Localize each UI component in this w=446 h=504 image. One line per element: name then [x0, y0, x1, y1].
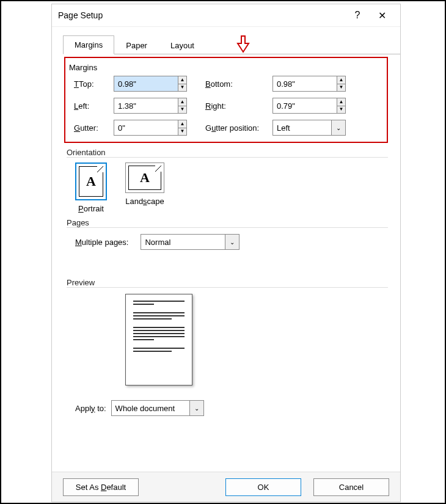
multiple-pages-combo[interactable]: Normal ⌄ — [141, 234, 239, 250]
gutter-input[interactable] — [114, 120, 178, 135]
top-label: TTop: — [74, 79, 114, 89]
tab-layout[interactable]: Layout — [159, 36, 206, 54]
left-label: Left: — [74, 101, 114, 111]
section-label-pages: Pages — [67, 218, 388, 228]
page-setup-dialog: Page Setup ? ✕ Margins Paper Layout Marg… — [51, 4, 401, 502]
portrait-label: Portrait — [78, 204, 104, 213]
right-label: Right: — [205, 101, 272, 111]
right-spinner[interactable]: ▲▼ — [272, 98, 346, 114]
bottom-step-down[interactable]: ▼ — [337, 84, 345, 92]
right-input[interactable] — [273, 98, 337, 113]
landscape-label: Landscape — [125, 197, 164, 206]
left-step-down[interactable]: ▼ — [178, 106, 186, 114]
right-step-down[interactable]: ▼ — [337, 106, 345, 114]
apply-to-combo[interactable]: Whole document ⌄ — [111, 400, 204, 416]
orientation-portrait[interactable]: A Portrait — [75, 163, 107, 213]
top-input[interactable] — [114, 76, 178, 91]
apply-to-label: Apply to: — [75, 404, 106, 413]
tab-strip: Margins Paper Layout — [63, 33, 400, 54]
bottom-label: Bottom: — [205, 79, 272, 89]
orientation-landscape[interactable]: A Landscape — [125, 163, 164, 213]
margins-highlight-box: Margins TTop: ▲▼ Bottom: ▲▼ Left: ▲▼ — [64, 57, 388, 143]
top-step-down[interactable]: ▼ — [178, 84, 186, 92]
cancel-button[interactable]: Cancel — [313, 478, 389, 496]
gutter-position-label: Gutter position: — [205, 123, 272, 133]
gutter-label: Gutter: — [74, 123, 114, 133]
chevron-down-icon[interactable]: ⌄ — [225, 235, 239, 249]
gutter-position-combo[interactable]: Left ⌄ — [272, 120, 346, 136]
multiple-pages-value: Normal — [141, 235, 225, 249]
apply-to-value: Whole document — [112, 401, 189, 415]
button-bar: Set As Default OK Cancel — [52, 472, 400, 502]
help-button[interactable]: ? — [345, 10, 370, 21]
left-spinner[interactable]: ▲▼ — [114, 98, 187, 114]
dialog-title: Page Setup — [58, 10, 345, 20]
top-step-up[interactable]: ▲ — [178, 76, 186, 84]
multiple-pages-label: Multiple pages: — [75, 238, 128, 247]
gutter-step-up[interactable]: ▲ — [178, 120, 186, 128]
chevron-down-icon[interactable]: ⌄ — [331, 120, 345, 135]
left-input[interactable] — [114, 98, 178, 113]
set-as-default-button[interactable]: Set As Default — [63, 478, 139, 496]
section-label-orientation: Orientation — [67, 148, 388, 158]
left-step-up[interactable]: ▲ — [178, 98, 186, 106]
title-bar: Page Setup ? ✕ — [52, 4, 400, 27]
tab-paper[interactable]: Paper — [114, 36, 159, 54]
bottom-input[interactable] — [273, 76, 337, 91]
gutter-step-down[interactable]: ▼ — [178, 128, 186, 136]
close-button[interactable]: ✕ — [370, 10, 394, 21]
section-label-margins: Margins — [69, 63, 381, 72]
ok-button[interactable]: OK — [225, 478, 301, 496]
tab-margins[interactable]: Margins — [63, 35, 114, 54]
chevron-down-icon[interactable]: ⌄ — [189, 401, 203, 415]
top-spinner[interactable]: ▲▼ — [114, 76, 187, 92]
bottom-spinner[interactable]: ▲▼ — [272, 76, 346, 92]
right-step-up[interactable]: ▲ — [337, 98, 345, 106]
bottom-step-up[interactable]: ▲ — [337, 76, 345, 84]
gutter-spinner[interactable]: ▲▼ — [114, 120, 187, 136]
gutter-position-value: Left — [273, 120, 331, 135]
annotation-arrow-icon — [236, 35, 250, 53]
preview-thumbnail — [125, 294, 192, 385]
section-label-preview: Preview — [67, 278, 388, 288]
